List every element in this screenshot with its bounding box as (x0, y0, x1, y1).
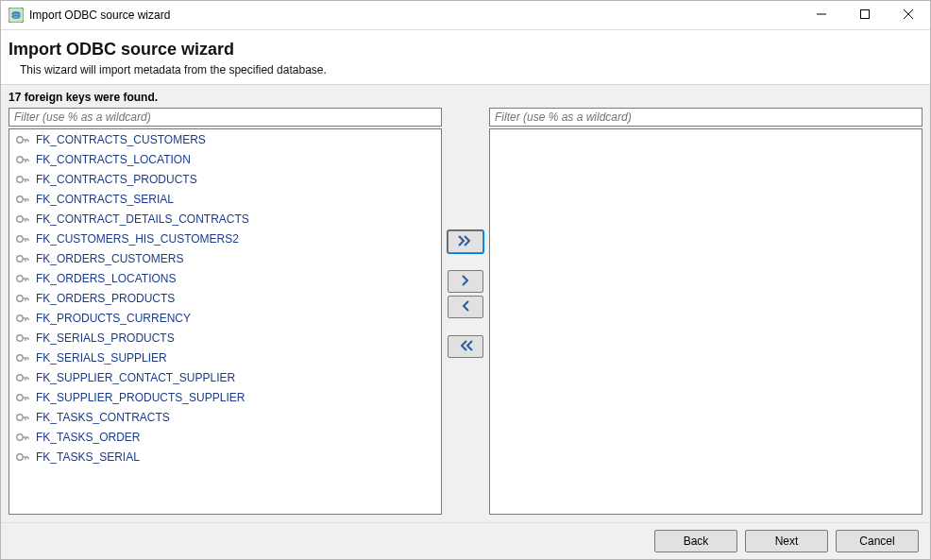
svg-point-28 (17, 235, 23, 241)
list-item-label: FK_SERIALS_SUPPLIER (36, 351, 167, 365)
minimize-icon (817, 9, 826, 21)
list-item-label: FK_PRODUCTS_CURRENCY (36, 312, 191, 325)
double-chevron-right-icon (458, 235, 473, 249)
move-all-right-button[interactable] (448, 230, 483, 253)
list-item[interactable]: FK_SUPPLIER_CONTACT_SUPPLIER (9, 367, 441, 387)
titlebar: Import ODBC source wizard (1, 1, 930, 30)
next-button[interactable]: Next (745, 530, 828, 552)
svg-point-60 (17, 394, 23, 399)
list-item-label: FK_CONTRACTS_CUSTOMERS (36, 133, 206, 146)
svg-point-24 (17, 215, 23, 221)
svg-point-48 (17, 334, 23, 340)
list-item-label: FK_SUPPLIER_PRODUCTS_SUPPLIER (36, 391, 245, 404)
wizard-header: Import ODBC source wizard This wizard wi… (1, 30, 930, 84)
cancel-button[interactable]: Cancel (836, 530, 919, 552)
maximize-button[interactable] (843, 1, 887, 29)
svg-point-36 (17, 275, 23, 280)
list-item[interactable]: FK_PRODUCTS_CURRENCY (9, 308, 441, 328)
list-item-label: FK_SERIALS_PRODUCTS (36, 331, 175, 345)
app-icon (8, 8, 24, 23)
maximize-icon (860, 9, 870, 21)
svg-point-20 (17, 195, 23, 201)
page-title: Import ODBC source wizard (8, 40, 919, 59)
list-item-label: FK_CUSTOMERS_HIS_CUSTOMERS2 (36, 232, 239, 246)
window-controls (800, 1, 930, 29)
picker-panels: FK_CONTRACTS_CUSTOMERSFK_CONTRACTS_LOCAT… (1, 108, 930, 522)
svg-point-16 (17, 176, 23, 181)
list-item[interactable]: FK_CONTRACTS_PRODUCTS (9, 169, 441, 189)
available-list[interactable]: FK_CONTRACTS_CUSTOMERSFK_CONTRACTS_LOCAT… (8, 128, 442, 515)
svg-point-3 (12, 16, 20, 19)
svg-point-64 (17, 414, 23, 419)
chevron-left-icon (460, 300, 471, 314)
selected-list[interactable] (489, 128, 923, 515)
list-item-label: FK_CONTRACTS_SERIAL (36, 193, 174, 206)
list-item[interactable]: FK_SUPPLIER_PRODUCTS_SUPPLIER (9, 387, 441, 407)
content-area: 17 foreign keys were found. FK_CONTRACTS… (1, 84, 930, 522)
list-item[interactable]: FK_CONTRACTS_CUSTOMERS (9, 129, 441, 149)
back-button[interactable]: Back (654, 530, 737, 552)
transfer-controls (442, 108, 489, 515)
list-item-label: FK_TASKS_CONTRACTS (36, 411, 170, 424)
list-item[interactable]: FK_CONTRACTS_SERIAL (9, 189, 441, 209)
wizard-footer: Back Next Cancel (1, 522, 930, 559)
page-subtitle: This wizard will import metadata from th… (8, 63, 919, 76)
list-item-label: FK_SUPPLIER_CONTACT_SUPPLIER (36, 371, 235, 384)
close-icon (904, 9, 913, 21)
move-right-button[interactable] (448, 270, 483, 293)
chevron-right-icon (460, 275, 471, 289)
move-all-left-button[interactable] (448, 335, 483, 358)
list-item[interactable]: FK_CUSTOMERS_HIS_CUSTOMERS2 (9, 229, 441, 248)
list-item[interactable]: FK_ORDERS_CUSTOMERS (9, 248, 441, 268)
selected-filter-input[interactable] (489, 108, 923, 127)
list-item[interactable]: FK_SERIALS_PRODUCTS (9, 328, 441, 348)
list-item-label: FK_ORDERS_LOCATIONS (36, 272, 176, 285)
svg-point-8 (17, 136, 23, 142)
double-chevron-left-icon (458, 340, 473, 354)
svg-point-68 (17, 433, 23, 439)
list-item-label: FK_ORDERS_PRODUCTS (36, 292, 175, 305)
list-item[interactable]: FK_CONTRACT_DETAILS_CONTRACTS (9, 209, 441, 229)
minimize-button[interactable] (800, 1, 843, 29)
list-item-label: FK_CONTRACTS_LOCATION (36, 153, 191, 166)
list-item-label: FK_TASKS_ORDER (36, 431, 140, 444)
list-item[interactable]: FK_SERIALS_SUPPLIER (9, 348, 441, 367)
svg-point-44 (17, 314, 23, 320)
svg-point-12 (17, 156, 23, 161)
list-item-label: FK_CONTRACT_DETAILS_CONTRACTS (36, 212, 249, 226)
svg-point-32 (17, 255, 23, 261)
list-item-label: FK_TASKS_SERIAL (36, 450, 140, 464)
list-item[interactable]: FK_ORDERS_LOCATIONS (9, 268, 441, 288)
list-item[interactable]: FK_ORDERS_PRODUCTS (9, 288, 441, 308)
list-item-label: FK_ORDERS_CUSTOMERS (36, 252, 183, 265)
list-item[interactable]: FK_TASKS_ORDER (9, 427, 441, 447)
window-title: Import ODBC source wizard (29, 8, 170, 22)
list-item[interactable]: FK_CONTRACTS_LOCATION (9, 149, 441, 169)
list-item[interactable]: FK_TASKS_SERIAL (9, 447, 441, 467)
available-filter-input[interactable] (8, 108, 442, 127)
status-text: 17 foreign keys were found. (1, 85, 930, 108)
available-column: FK_CONTRACTS_CUSTOMERSFK_CONTRACTS_LOCAT… (8, 108, 442, 515)
list-item[interactable]: FK_TASKS_CONTRACTS (9, 407, 441, 427)
svg-rect-5 (861, 10, 870, 19)
svg-point-40 (17, 295, 23, 300)
wizard-window: Import ODBC source wizard Import ODBC so… (0, 0, 931, 560)
move-left-button[interactable] (448, 296, 483, 318)
svg-point-52 (17, 354, 23, 360)
close-button[interactable] (887, 1, 930, 29)
svg-point-56 (17, 374, 23, 380)
list-item-label: FK_CONTRACTS_PRODUCTS (36, 173, 197, 186)
svg-point-72 (17, 453, 23, 459)
selected-column (489, 108, 923, 515)
